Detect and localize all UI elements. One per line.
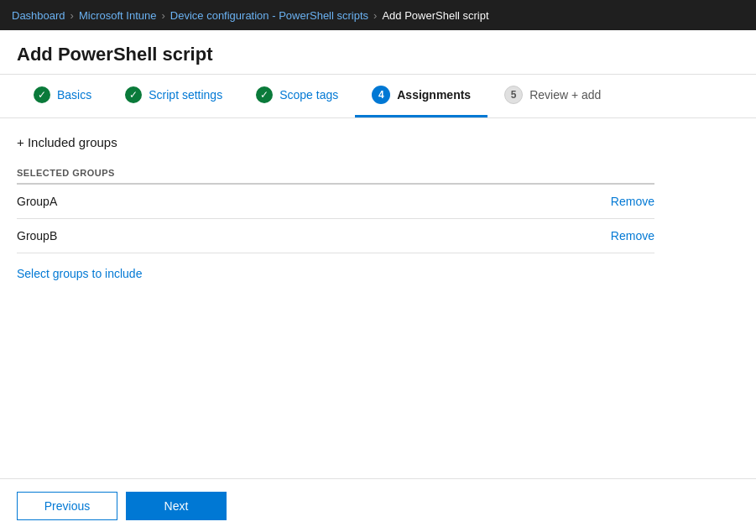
breadcrumb-intune[interactable]: Microsoft Intune bbox=[79, 9, 157, 22]
check-icon-script-settings: ✓ bbox=[125, 86, 142, 103]
tab-review-add-label: Review + add bbox=[529, 88, 601, 102]
select-groups-link[interactable]: Select groups to include bbox=[17, 267, 142, 280]
groups-table: SELECTED GROUPS GroupA Remove GroupB Rem… bbox=[17, 163, 654, 253]
breadcrumb-sep-3: › bbox=[373, 9, 377, 22]
remove-button-b[interactable]: Remove bbox=[611, 229, 654, 243]
tab-script-settings-label: Script settings bbox=[149, 88, 222, 102]
table-row: GroupB Remove bbox=[17, 219, 654, 253]
wizard-tabs: ✓ Basics ✓ Script settings ✓ Scope tags … bbox=[0, 75, 756, 118]
check-icon-basics: ✓ bbox=[34, 86, 50, 103]
tab-scope-tags[interactable]: ✓ Scope tags bbox=[239, 75, 355, 117]
tab-basics[interactable]: ✓ Basics bbox=[17, 75, 108, 117]
tab-assignments[interactable]: 4 Assignments bbox=[355, 75, 487, 117]
breadcrumb-current: Add PowerShell script bbox=[382, 9, 488, 22]
tab-assignments-label: Assignments bbox=[397, 88, 471, 102]
breadcrumb-sep-1: › bbox=[70, 9, 74, 22]
breadcrumb: Dashboard › Microsoft Intune › Device co… bbox=[0, 0, 756, 30]
tab-scope-tags-label: Scope tags bbox=[279, 88, 338, 102]
group-name-b: GroupB bbox=[17, 219, 458, 253]
table-row: GroupA Remove bbox=[17, 184, 654, 219]
group-name-a: GroupA bbox=[17, 184, 458, 219]
tab-review-add[interactable]: 5 Review + add bbox=[487, 75, 618, 117]
breadcrumb-dashboard[interactable]: Dashboard bbox=[12, 9, 65, 22]
num-review-add: 5 bbox=[504, 86, 523, 104]
num-assignments: 4 bbox=[372, 86, 390, 104]
breadcrumb-sep-2: › bbox=[161, 9, 164, 22]
breadcrumb-device-config[interactable]: Device configuration - PowerShell script… bbox=[170, 9, 368, 22]
next-button[interactable]: Next bbox=[126, 492, 227, 520]
remove-button-a[interactable]: Remove bbox=[611, 195, 654, 208]
check-icon-scope-tags: ✓ bbox=[256, 86, 273, 103]
footer: Previous Next bbox=[0, 478, 756, 532]
selected-groups-column-header: SELECTED GROUPS bbox=[17, 163, 458, 184]
remove-cell-b: Remove bbox=[458, 219, 654, 253]
tab-basics-label: Basics bbox=[57, 88, 91, 102]
previous-button[interactable]: Previous bbox=[17, 492, 117, 520]
content-area: + Included groups SELECTED GROUPS GroupA… bbox=[0, 118, 756, 297]
page-title: Add PowerShell script bbox=[0, 30, 756, 75]
tab-script-settings[interactable]: ✓ Script settings bbox=[108, 75, 239, 117]
included-groups-header[interactable]: + Included groups bbox=[17, 135, 739, 149]
included-groups-label: + Included groups bbox=[17, 135, 117, 149]
remove-cell-a: Remove bbox=[458, 184, 654, 219]
